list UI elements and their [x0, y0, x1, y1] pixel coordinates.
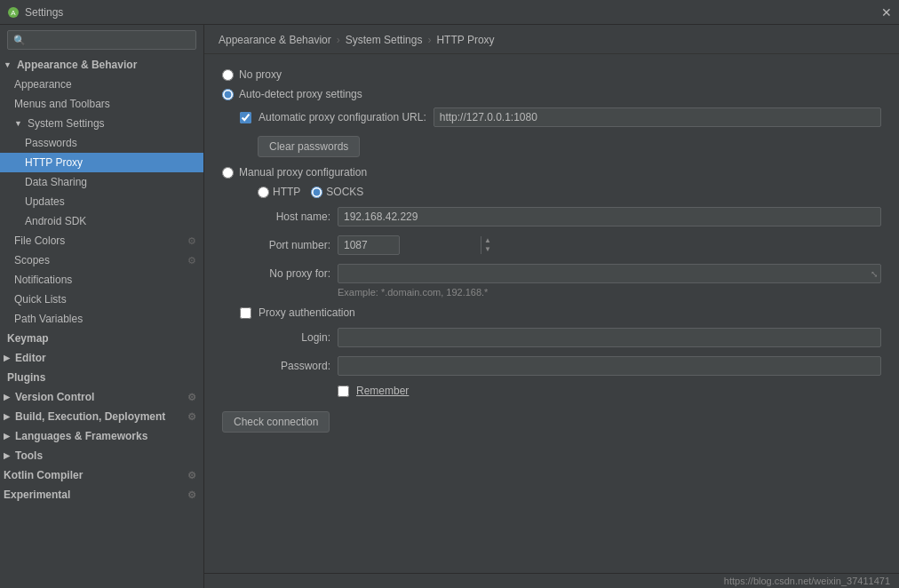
auto-detect-radio[interactable] [222, 89, 234, 100]
sidebar-item-label: Keymap [7, 332, 49, 345]
sidebar-item-quick-lists[interactable]: Quick Lists [0, 290, 203, 309]
port-number-input[interactable] [338, 236, 481, 254]
sidebar-item-kotlin-compiler[interactable]: Kotlin Compiler ⚙ [0, 465, 203, 485]
sidebar-item-appearance[interactable]: Appearance [0, 75, 203, 94]
no-proxy-for-wrap: ⤡ [338, 264, 881, 283]
sidebar-item-appearance-behavior[interactable]: ▼ Appearance & Behavior [0, 55, 203, 75]
example-text: Example: *.domain.com, 192.168.* [338, 287, 881, 298]
http-label[interactable]: HTTP [273, 186, 300, 198]
sidebar-item-tools[interactable]: ▶ Tools [0, 446, 203, 465]
clear-passwords-row: Clear passwords [258, 136, 881, 157]
sidebar-item-label: Editor [15, 352, 46, 364]
breadcrumb-system-settings: System Settings [346, 34, 423, 46]
manual-proxy-section: HTTP SOCKS Host name: Port number: [240, 186, 881, 397]
main-layout: 🔍 ▼ Appearance & Behavior Appearance Men… [0, 25, 899, 588]
port-up-button[interactable]: ▲ [481, 236, 494, 245]
sidebar-item-label: Kotlin Compiler [4, 469, 83, 481]
settings-icon: ⚙ [187, 255, 196, 266]
sidebar-item-label: Appearance [14, 78, 72, 91]
clear-passwords-button[interactable]: Clear passwords [258, 136, 360, 157]
sidebar-item-data-sharing[interactable]: Data Sharing [0, 172, 203, 192]
no-proxy-label[interactable]: No proxy [239, 68, 282, 81]
password-row: Password: [240, 356, 881, 376]
no-proxy-row: No proxy [222, 68, 881, 81]
sidebar-item-label: Notifications [14, 274, 72, 286]
no-proxy-for-input[interactable] [338, 264, 881, 283]
manual-proxy-radio[interactable] [222, 167, 234, 179]
sidebar-item-notifications[interactable]: Notifications [0, 270, 203, 290]
collapse-arrow: ▶ [4, 451, 10, 460]
sidebar-item-label: Plugins [7, 371, 45, 384]
remember-checkbox[interactable] [338, 385, 349, 397]
sidebar-item-path-variables[interactable]: Path Variables [0, 309, 203, 329]
port-arrows: ▲ ▼ [481, 236, 494, 254]
close-button[interactable]: ✕ [881, 6, 892, 19]
manual-proxy-label[interactable]: Manual proxy configuration [239, 166, 367, 179]
collapse-arrow: ▼ [4, 60, 12, 69]
auto-detect-row: Auto-detect proxy settings [222, 88, 881, 100]
sidebar: 🔍 ▼ Appearance & Behavior Appearance Men… [0, 25, 204, 588]
collapse-arrow: ▼ [14, 119, 22, 128]
breadcrumb-sep2: › [427, 34, 431, 46]
auto-url-input[interactable] [434, 107, 881, 127]
status-url: https://blog.csdn.net/weixin_37411471 [724, 576, 890, 586]
proxy-auth-label[interactable]: Proxy authentication [259, 306, 355, 319]
login-input[interactable] [338, 328, 881, 347]
sidebar-item-file-colors[interactable]: File Colors ⚙ [0, 231, 203, 250]
sidebar-item-passwords[interactable]: Passwords [0, 133, 203, 153]
password-label: Password: [240, 360, 338, 372]
auto-detect-label[interactable]: Auto-detect proxy settings [239, 88, 362, 100]
search-input[interactable] [29, 34, 190, 46]
host-name-input[interactable] [338, 207, 881, 226]
manual-proxy-row: Manual proxy configuration [222, 166, 881, 179]
settings-icon: ⚙ [187, 392, 196, 403]
no-proxy-radio[interactable] [222, 69, 234, 81]
remember-row: Remember [338, 385, 881, 397]
sidebar-item-label: Path Variables [14, 313, 83, 325]
sidebar-item-label: Build, Execution, Deployment [15, 410, 165, 423]
auto-url-checkbox[interactable] [240, 112, 251, 123]
search-box[interactable]: 🔍 [7, 30, 196, 50]
settings-icon: ⚙ [187, 489, 196, 501]
check-connection-button[interactable]: Check connection [222, 411, 330, 433]
sidebar-item-menus-toolbars[interactable]: Menus and Toolbars [0, 94, 203, 114]
sidebar-item-label: HTTP Proxy [25, 156, 83, 169]
sidebar-item-scopes[interactable]: Scopes ⚙ [0, 250, 203, 270]
content-area: Appearance & Behavior › System Settings … [204, 25, 899, 588]
http-radio[interactable] [258, 187, 269, 198]
collapse-arrow: ▶ [4, 432, 10, 441]
auto-url-label[interactable]: Automatic proxy configuration URL: [259, 111, 426, 123]
sidebar-item-label: Languages & Frameworks [15, 430, 147, 442]
sidebar-item-build-execution[interactable]: ▶ Build, Execution, Deployment ⚙ [0, 407, 203, 426]
socks-radio[interactable] [311, 187, 322, 198]
search-icon: 🔍 [13, 35, 26, 46]
socks-label[interactable]: SOCKS [326, 186, 363, 198]
breadcrumb: Appearance & Behavior › System Settings … [204, 25, 899, 54]
sidebar-item-languages-frameworks[interactable]: ▶ Languages & Frameworks [0, 426, 203, 446]
collapse-arrow: ▶ [4, 393, 10, 401]
sidebar-item-http-proxy[interactable]: HTTP Proxy [0, 153, 203, 172]
sidebar-item-label: Version Control [15, 391, 94, 403]
sidebar-item-label: Passwords [25, 137, 77, 149]
sidebar-item-keymap[interactable]: Keymap [0, 329, 203, 348]
breadcrumb-sep1: › [337, 34, 340, 46]
sidebar-item-editor[interactable]: ▶ Editor [0, 348, 203, 368]
sidebar-item-android-sdk[interactable]: Android SDK [0, 211, 203, 231]
proxy-auth-checkbox[interactable] [240, 307, 251, 319]
sidebar-item-plugins[interactable]: Plugins [0, 368, 203, 387]
remember-label[interactable]: Remember [356, 385, 409, 397]
window-title: Settings [25, 6, 63, 19]
sidebar-item-experimental[interactable]: Experimental ⚙ [0, 485, 203, 505]
password-input[interactable] [338, 356, 881, 376]
login-row: Login: [240, 328, 881, 347]
port-down-button[interactable]: ▼ [481, 245, 494, 254]
sidebar-item-label: Android SDK [25, 215, 86, 227]
expand-icon[interactable]: ⤡ [871, 269, 878, 279]
status-bar: https://blog.csdn.net/weixin_37411471 [204, 573, 899, 588]
auto-detect-section: Automatic proxy configuration URL: Clear… [240, 107, 881, 157]
sidebar-item-version-control[interactable]: ▶ Version Control ⚙ [0, 387, 203, 407]
title-bar-left: A Settings [7, 6, 63, 19]
sidebar-item-updates[interactable]: Updates [0, 192, 203, 211]
host-name-row: Host name: [240, 207, 881, 226]
sidebar-item-system-settings[interactable]: ▼ System Settings [0, 114, 203, 133]
